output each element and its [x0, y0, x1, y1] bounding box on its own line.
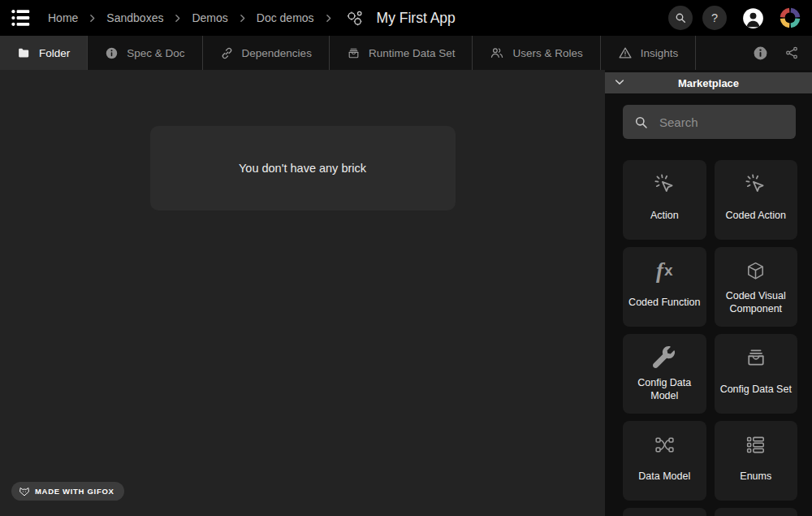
chevron-right-icon [172, 13, 183, 24]
tab-insights[interactable]: Insights [601, 36, 697, 70]
panel-title: Marketplace [605, 77, 812, 89]
cursor-click-icon [744, 170, 767, 197]
wrench-icon [653, 344, 676, 371]
brick-card-label: Coded Action [723, 197, 788, 240]
tab-label: Runtime Data Set [369, 47, 456, 59]
brick-card-partial[interactable] [623, 508, 706, 516]
menu-button[interactable] [6, 3, 36, 33]
info-icon [753, 46, 768, 61]
tab-folder[interactable]: Folder [0, 36, 88, 70]
brick-card-coded-visual-component[interactable]: Coded Visual Component [715, 247, 798, 327]
list-icon [744, 431, 767, 458]
breadcrumb: Home Sandboxes Demos Doc demos My First … [48, 9, 456, 28]
brick-card-partial[interactable] [715, 508, 798, 516]
brick-card-enums[interactable]: Enums [715, 421, 798, 501]
info-button[interactable] [753, 46, 768, 61]
topbar-actions: ? [659, 6, 802, 30]
content-area: You don't have any brick MADE WITH GIFOX… [0, 70, 812, 516]
brick-card-label: Data Model [636, 458, 693, 501]
search-container [605, 93, 812, 139]
marketplace-search[interactable] [623, 105, 796, 139]
empty-state: You don't have any brick [150, 126, 456, 210]
brick-card-action[interactable]: Action [623, 160, 706, 240]
users-icon [490, 46, 504, 60]
empty-state-message: You don't have any brick [239, 162, 366, 175]
chevron-right-icon [237, 13, 248, 24]
fox-icon [19, 486, 30, 497]
tab-label: Folder [39, 47, 70, 59]
function-icon: fx [656, 257, 673, 284]
info-icon [105, 46, 119, 60]
brick-card-coded-action[interactable]: Coded Action [715, 160, 798, 240]
main-canvas: You don't have any brick MADE WITH GIFOX [0, 70, 605, 516]
tabbar-actions [736, 36, 812, 70]
brick-card-config-data-set[interactable]: Config Data Set [715, 334, 798, 414]
chevron-right-icon [87, 13, 97, 24]
brick-card-label: Coded Visual Component [715, 284, 798, 327]
help-button[interactable]: ? [702, 6, 727, 30]
tab-bar: Folder Spec & Doc Dependencies Runtime D… [0, 36, 812, 70]
tab-label: Dependencies [242, 47, 312, 59]
tab-users-roles[interactable]: Users & Roles [473, 36, 600, 70]
breadcrumb-demos[interactable]: Demos [192, 11, 227, 24]
breadcrumb-sandboxes[interactable]: Sandboxes [106, 11, 163, 24]
cube-icon [745, 257, 767, 284]
gifox-badge-label: MADE WITH GIFOX [35, 487, 114, 496]
tab-runtime-data-set[interactable]: Runtime Data Set [330, 36, 473, 70]
tab-dependencies[interactable]: Dependencies [203, 36, 330, 70]
brand-logo-icon[interactable] [778, 6, 802, 30]
share-button[interactable] [784, 46, 799, 60]
chevron-right-icon [323, 13, 334, 24]
brick-card-label: Coded Function [626, 284, 702, 327]
share-icon [784, 46, 799, 60]
collapse-button[interactable] [611, 74, 628, 90]
search-button[interactable] [668, 6, 693, 30]
dataset-icon [745, 344, 767, 371]
tab-spec-doc[interactable]: Spec & Doc [88, 36, 202, 70]
link-icon [220, 46, 234, 60]
cursor-click-icon [653, 170, 676, 197]
brick-card-config-data-model[interactable]: Config Data Model [623, 334, 706, 414]
warning-icon [618, 46, 633, 60]
tab-label: Spec & Doc [127, 47, 184, 59]
tab-label: Insights [641, 47, 679, 59]
marketplace-panel: Marketplace [605, 70, 812, 516]
brick-card-label: Config Data Set [718, 371, 794, 414]
gifox-badge: MADE WITH GIFOX [11, 482, 124, 501]
breadcrumb-home[interactable]: Home [48, 11, 78, 24]
marketplace-header: Marketplace [605, 72, 812, 93]
breadcrumb-doc-demos[interactable]: Doc demos [257, 11, 314, 24]
app-title: My First App [377, 10, 456, 27]
dataset-icon [347, 46, 361, 60]
brick-card-label: Config Data Model [623, 371, 706, 414]
folder-icon [17, 46, 31, 60]
search-icon [674, 11, 687, 24]
nodes-icon [653, 431, 676, 458]
list-menu-icon [11, 7, 32, 28]
brick-grid: Action Coded Action fx Coded Function [623, 160, 797, 516]
app-gears-icon [345, 9, 364, 28]
brick-card-coded-function[interactable]: fx Coded Function [623, 247, 706, 327]
brick-card-data-model[interactable]: Data Model [623, 421, 706, 501]
user-avatar-icon [742, 7, 764, 29]
avatar[interactable] [742, 7, 764, 29]
search-input[interactable] [658, 115, 788, 130]
topbar: Home Sandboxes Demos Doc demos My First … [0, 0, 812, 36]
search-icon [633, 115, 658, 130]
brick-card-label: Enums [737, 458, 774, 501]
tab-label: Users & Roles [512, 47, 582, 59]
brick-card-label: Action [648, 197, 681, 240]
chevron-down-icon [613, 76, 626, 89]
